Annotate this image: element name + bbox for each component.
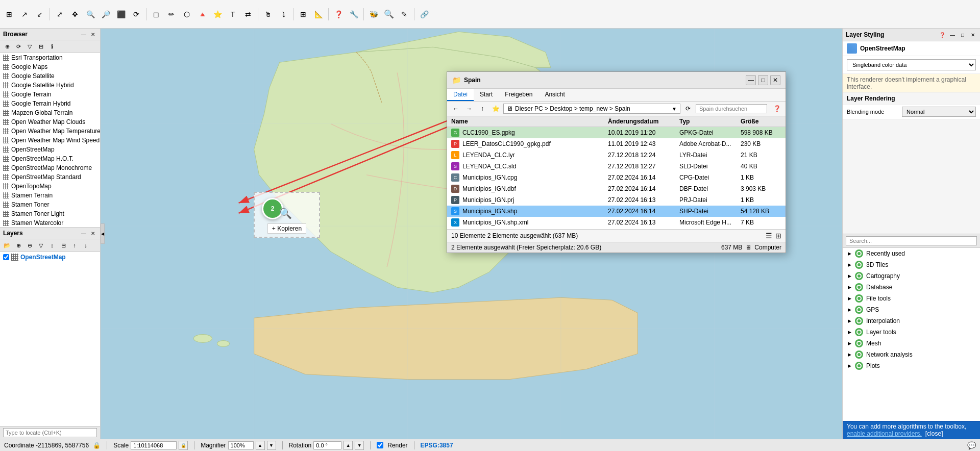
browser-item-owm-wind[interactable]: Open Weather Map Wind Speed [0, 136, 100, 145]
ribbon-tab-datei[interactable]: Datei [447, 89, 474, 101]
toolbar-btn-4[interactable]: ⤢ [53, 7, 67, 21]
dialog-up-btn[interactable]: ↑ [477, 103, 488, 114]
layers-close-btn[interactable]: ✕ [89, 229, 97, 237]
toolbar-btn-17[interactable]: 🖱 [261, 7, 275, 21]
toolbox-enable-link[interactable]: enable additional providers. [847, 430, 922, 437]
render-checkbox[interactable] [377, 442, 383, 448]
browser-item-stamen-watercolor[interactable]: Stamen Watercolor [0, 218, 100, 227]
crs-label[interactable]: EPSG:3857 [421, 442, 453, 449]
ribbon-tab-start[interactable]: Start [474, 89, 499, 101]
dialog-star-btn[interactable]: ⭐ [490, 103, 501, 114]
dialog-maximize-btn[interactable]: □ [758, 75, 768, 85]
toolbar-btn-1[interactable]: ⊞ [2, 7, 16, 21]
toolbar-btn-2[interactable]: ↗ [17, 7, 32, 21]
browser-item-owm-temp[interactable]: Open Weather Map Temperature [0, 127, 100, 136]
styling-help-btn[interactable]: ❓ [938, 31, 946, 39]
toolbar-btn-9[interactable]: ⟳ [129, 7, 143, 21]
layers-minimize-btn[interactable]: — [80, 229, 88, 237]
ribbon-tab-ansicht[interactable]: Ansicht [538, 89, 571, 101]
breadcrumb[interactable]: 🖥 Dieser PC > Desktop > temp_new > Spain… [503, 104, 680, 114]
layers-remove-btn[interactable]: ⊖ [24, 240, 35, 250]
col-name[interactable]: Name [451, 118, 608, 125]
dialog-back-btn[interactable]: ← [450, 103, 461, 114]
layers-sort-btn[interactable]: ↕ [47, 240, 57, 250]
browser-item-google-maps[interactable]: Google Maps [0, 62, 100, 71]
toolbar-btn-16[interactable]: ⇄ [241, 7, 255, 21]
browser-item-google-terrain[interactable]: Google Terrain [0, 90, 100, 99]
layers-filter-btn[interactable]: ▽ [36, 240, 46, 250]
file-row-2[interactable]: L LEYENDA_CLC.lyr 27.12.2018 12:24 LYR-D… [447, 149, 786, 161]
layer-item-osm[interactable]: OpenStreetMap [0, 252, 100, 262]
dialog-help-btn[interactable]: ❓ [771, 103, 782, 114]
layers-up-btn[interactable]: ↑ [69, 240, 80, 250]
locate-search-input[interactable] [3, 428, 97, 437]
dialog-close-btn[interactable]: ✕ [770, 75, 780, 85]
browser-item-osm-hot[interactable]: OpenStreetMap H.O.T. [0, 154, 100, 163]
scale-lock-btn[interactable]: 🔒 [179, 441, 188, 450]
layers-add-btn[interactable]: ⊕ [13, 240, 23, 250]
toolbox-item-interpolation[interactable]: ▶ Interpolation [843, 315, 980, 327]
browser-item-google-satellite[interactable]: Google Satellite [0, 71, 100, 81]
toolbar-btn-12[interactable]: ⬡ [180, 7, 194, 21]
toolbar-btn-26[interactable]: 🔗 [417, 7, 431, 21]
magnifier-input[interactable] [228, 441, 254, 449]
toolbar-btn-8[interactable]: ⬛ [114, 7, 128, 21]
log-messages-icon[interactable]: 💬 [967, 441, 976, 449]
layers-group-btn[interactable]: ⊟ [58, 240, 68, 250]
toolbox-search-input[interactable] [846, 236, 977, 245]
browser-refresh-btn[interactable]: ⟳ [13, 41, 23, 52]
toolbar-btn-14[interactable]: ⭐ [210, 7, 225, 21]
magnifier-down-btn[interactable]: ▼ [267, 441, 276, 450]
file-row-7[interactable]: S Municipios_IGN.shp 27.02.2024 16:14 SH… [447, 206, 786, 217]
browser-item-stamen-toner[interactable]: Stamen Toner [0, 200, 100, 209]
layers-open-btn[interactable]: 📂 [2, 240, 12, 250]
browser-collapse-btn[interactable]: ⊟ [36, 41, 46, 52]
toolbox-item-cartography[interactable]: ▶ Cartography [843, 270, 980, 282]
file-row-0[interactable]: G CLC1990_ES.gpkg 10.01.2019 11:20 GPKG-… [447, 127, 786, 138]
layer-checkbox-osm[interactable] [3, 254, 9, 260]
browser-minimize-btn[interactable]: — [80, 30, 88, 38]
file-row-1[interactable]: P LEER_DatosCLC1990_gpkg.pdf 11.01.2019 … [447, 138, 786, 149]
rotation-input[interactable] [313, 441, 341, 449]
styling-renderer-dropdown[interactable]: Singleband color data [847, 59, 976, 70]
toolbar-btn-5[interactable]: ✥ [68, 7, 82, 21]
layers-down-btn[interactable]: ↓ [81, 240, 91, 250]
toolbox-item-mesh[interactable]: ▶ Mesh [843, 338, 980, 349]
dialog-view-grid-btn[interactable]: ⊞ [775, 232, 781, 240]
toolbar-btn-11[interactable]: ✏ [164, 7, 179, 21]
rotation-up-btn[interactable]: ▲ [344, 441, 353, 450]
toolbar-btn-13[interactable]: 🔺 [195, 7, 209, 21]
file-row-4[interactable]: C Municipios_IGN.cpg 27.02.2024 16:14 CP… [447, 172, 786, 183]
file-row-8[interactable]: X Municipios_IGN.shp.xml 27.02.2024 16:1… [447, 217, 786, 228]
browser-item-osm[interactable]: OpenStreetMap [0, 145, 100, 154]
browser-item-opentopo[interactable]: OpenTopoMap [0, 182, 100, 191]
rotation-down-btn[interactable]: ▼ [355, 441, 364, 450]
col-size[interactable]: Größe [741, 118, 781, 125]
toolbox-item-file-tools[interactable]: ▶ File tools [843, 293, 980, 304]
browser-item-osm-standard[interactable]: OpenStreetMap Standard [0, 172, 100, 182]
toolbox-item-network-analysis[interactable]: ▶ Network analysis [843, 349, 980, 360]
file-row-3[interactable]: S LEYENDA_CLC.sld 27.12.2018 12:27 SLD-D… [447, 161, 786, 172]
collapse-left-handle[interactable]: ◀ [101, 223, 105, 244]
toolbar-btn-20[interactable]: 📐 [311, 7, 326, 21]
toolbar-btn-24[interactable]: 🔍 [382, 7, 396, 21]
browser-item-osm-mono[interactable]: OpenStreetMap Monochrome [0, 163, 100, 172]
col-type[interactable]: Typ [679, 118, 741, 125]
toolbox-item-plots[interactable]: ▶ Plots [843, 360, 980, 371]
toolbar-btn-10[interactable]: ◻ [149, 7, 163, 21]
dialog-view-list-btn[interactable]: ☰ [766, 232, 772, 240]
col-date[interactable]: Änderungsdatum [608, 118, 679, 125]
dialog-forward-btn[interactable]: → [463, 103, 475, 114]
browser-item-stamen-terrain[interactable]: Stamen Terrain [0, 191, 100, 200]
toolbox-item-database[interactable]: ▶ Database [843, 282, 980, 293]
browser-item-google-terrain-hybrid[interactable]: Google Terrain Hybrid [0, 99, 100, 108]
dialog-search-input[interactable] [696, 104, 767, 113]
styling-close-btn[interactable]: ✕ [969, 31, 977, 39]
browser-filter-btn[interactable]: ▽ [24, 41, 35, 52]
browser-item-mapzen[interactable]: Mapzen Global Terrain [0, 108, 100, 117]
dialog-refresh-btn[interactable]: ⟳ [682, 103, 694, 114]
toolbar-btn-3[interactable]: ↙ [33, 7, 47, 21]
dialog-minimize-btn[interactable]: — [746, 75, 756, 85]
toolbar-btn-7[interactable]: 🔎 [99, 7, 113, 21]
styling-maximize-btn[interactable]: □ [959, 31, 967, 39]
